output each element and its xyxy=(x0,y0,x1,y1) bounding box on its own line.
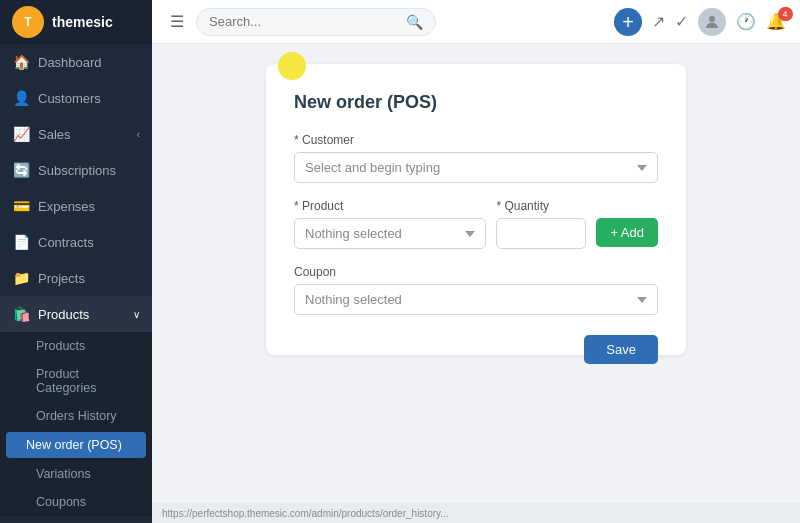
products-list-label: Products xyxy=(36,339,85,353)
logo-icon: T xyxy=(12,6,44,38)
sales-icon: 📈 xyxy=(12,125,30,143)
add-button[interactable]: + xyxy=(614,8,642,36)
sidebar-item-coupons[interactable]: Coupons xyxy=(0,488,152,516)
search-icon[interactable]: 🔍 xyxy=(406,14,423,30)
customer-group: * Customer Select and begin typing xyxy=(294,133,658,183)
quantity-group: * Quantity xyxy=(496,199,586,249)
sidebar-item-product-categories[interactable]: Product Categories xyxy=(0,360,152,402)
product-quantity-row: * Product Nothing selected * Quantity + … xyxy=(294,199,658,265)
sidebar-item-subscriptions[interactable]: 🔄 Subscriptions xyxy=(0,152,152,188)
contracts-icon: 📄 xyxy=(12,233,30,251)
sidebar-item-label: Products xyxy=(38,307,133,322)
expenses-icon: 💳 xyxy=(12,197,30,215)
product-select[interactable]: Nothing selected xyxy=(294,218,486,249)
notification-count: 4 xyxy=(779,7,793,21)
projects-icon: 📁 xyxy=(12,269,30,287)
sidebar-item-products-list[interactable]: Products xyxy=(0,332,152,360)
search-input[interactable] xyxy=(209,14,402,29)
sidebar-item-new-order-pos[interactable]: New order (POS) xyxy=(6,432,146,458)
notification-bell[interactable]: 🔔 4 xyxy=(766,12,786,31)
statusbar: https://perfectshop.themesic.com/admin/p… xyxy=(152,503,800,523)
coupon-group: Coupon Nothing selected xyxy=(294,265,658,315)
sidebar-item-expenses[interactable]: 💳 Expenses xyxy=(0,188,152,224)
sidebar-item-label: Expenses xyxy=(38,199,140,214)
customer-label: * Customer xyxy=(294,133,658,147)
sidebar-item-label: Contracts xyxy=(38,235,140,250)
variations-label: Variations xyxy=(36,467,91,481)
form-title: New order (POS) xyxy=(294,88,658,113)
product-label: * Product xyxy=(294,199,486,213)
sidebar-item-label: Sales xyxy=(38,127,137,142)
check-icon[interactable]: ✓ xyxy=(675,12,688,31)
avatar[interactable] xyxy=(698,8,726,36)
new-order-form-card: New order (POS) * Customer Select and be… xyxy=(266,64,686,355)
save-button[interactable]: Save xyxy=(584,335,658,364)
sidebar-item-orders-history[interactable]: Orders History xyxy=(0,402,152,430)
dashboard-icon: 🏠 xyxy=(12,53,30,71)
sidebar-item-products[interactable]: 🛍️ Products ∨ xyxy=(0,296,152,332)
sidebar-item-sales[interactable]: 📈 Sales ‹ xyxy=(0,116,152,152)
clock-icon[interactable]: 🕐 xyxy=(736,12,756,31)
coupon-label: Coupon xyxy=(294,265,658,279)
sidebar-item-customers[interactable]: 👤 Customers xyxy=(0,80,152,116)
sidebar-item-projects[interactable]: 📁 Projects xyxy=(0,260,152,296)
coupons-label: Coupons xyxy=(36,495,86,509)
chevron-down-icon: ∨ xyxy=(133,309,140,320)
coupon-select[interactable]: Nothing selected xyxy=(294,284,658,315)
product-categories-label: Product Categories xyxy=(36,367,140,395)
bell-icon: 🔔 xyxy=(766,13,786,30)
sidebar-item-variations[interactable]: Variations xyxy=(0,460,152,488)
products-submenu: Products Product Categories Orders Histo… xyxy=(0,332,152,516)
content-area: New order (POS) * Customer Select and be… xyxy=(152,44,800,503)
main-area: ☰ 🔍 + ↗ ✓ 🕐 🔔 4 New order (POS) * Custom… xyxy=(152,0,800,523)
svg-point-0 xyxy=(709,16,715,22)
search-box: 🔍 xyxy=(196,8,436,36)
customers-icon: 👤 xyxy=(12,89,30,107)
page-indicator xyxy=(278,52,306,80)
sidebar-item-label: Projects xyxy=(38,271,140,286)
sidebar-item-label: Dashboard xyxy=(38,55,140,70)
sidebar-item-contracts[interactable]: 📄 Contracts xyxy=(0,224,152,260)
quantity-input[interactable] xyxy=(496,218,586,249)
customer-select[interactable]: Select and begin typing xyxy=(294,152,658,183)
quantity-label: * Quantity xyxy=(496,199,586,213)
status-url: https://perfectshop.themesic.com/admin/p… xyxy=(162,508,449,519)
sidebar-item-label: Customers xyxy=(38,91,140,106)
new-order-pos-label: New order (POS) xyxy=(26,438,122,452)
topbar-actions: + ↗ ✓ 🕐 🔔 4 xyxy=(614,8,786,36)
share-icon[interactable]: ↗ xyxy=(652,12,665,31)
add-item-button[interactable]: + Add xyxy=(596,218,658,247)
logo-text: themesic xyxy=(52,14,113,30)
sidebar: T themesic 🏠 Dashboard 👤 Customers 📈 Sal… xyxy=(0,0,152,523)
logo: T themesic xyxy=(0,0,152,44)
sidebar-item-label: Subscriptions xyxy=(38,163,140,178)
product-group: * Product Nothing selected xyxy=(294,199,486,249)
menu-toggle-button[interactable]: ☰ xyxy=(166,8,188,35)
subscriptions-icon: 🔄 xyxy=(12,161,30,179)
products-icon: 🛍️ xyxy=(12,305,30,323)
chevron-icon: ‹ xyxy=(137,129,140,140)
sidebar-item-tasks[interactable]: ✅ Tasks xyxy=(0,516,152,523)
sidebar-item-dashboard[interactable]: 🏠 Dashboard xyxy=(0,44,152,80)
topbar: ☰ 🔍 + ↗ ✓ 🕐 🔔 4 xyxy=(152,0,800,44)
orders-history-label: Orders History xyxy=(36,409,117,423)
